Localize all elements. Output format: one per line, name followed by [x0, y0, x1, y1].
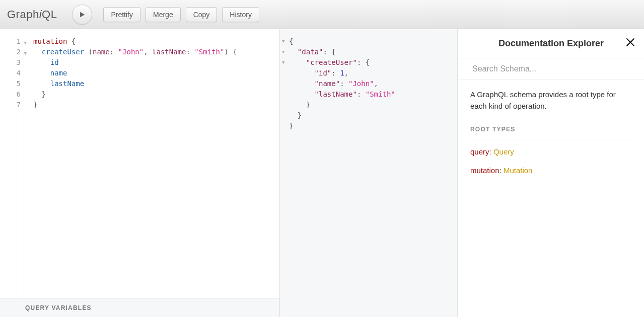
fold-icon[interactable]: ▼ — [280, 36, 288, 47]
query-editor-panel: 1▼ 2▼ 3 4 5 6 7 mutation { createUser (n… — [0, 29, 280, 317]
close-icon[interactable] — [626, 38, 635, 49]
fold-icon[interactable]: ▼ — [280, 47, 288, 57]
prettify-button[interactable]: Prettify — [103, 7, 140, 22]
query-editor[interactable]: 1▼ 2▼ 3 4 5 6 7 mutation { createUser (n… — [0, 29, 279, 298]
fold-icon[interactable]: ▼ — [24, 48, 27, 59]
result-code: { "data": { "createUser": { "id": 1, "na… — [288, 36, 457, 317]
documentation-explorer: Documentation Explorer A GraphQL schema … — [458, 29, 644, 317]
root-types-heading: ROOT TYPES — [470, 125, 632, 139]
line-gutter: 1▼ 2▼ 3 4 5 6 7 — [0, 36, 24, 298]
doc-description: A GraphQL schema provides a root type fo… — [470, 89, 632, 112]
result-gutter: ▼ ▼ ▼ — [280, 36, 288, 317]
query-variables-bar[interactable]: QUERY VARIABLES — [0, 298, 279, 317]
app-logo: GraphiQL — [7, 8, 57, 21]
history-button[interactable]: History — [222, 7, 259, 22]
merge-button[interactable]: Merge — [146, 7, 181, 22]
copy-button[interactable]: Copy — [186, 7, 218, 22]
type-link-query[interactable]: Query — [493, 147, 514, 156]
execute-button[interactable] — [72, 5, 92, 25]
doc-title: Documentation Explorer — [467, 38, 635, 49]
root-type-mutation: mutation: Mutation — [470, 165, 632, 177]
type-link-mutation[interactable]: Mutation — [504, 166, 533, 175]
query-code[interactable]: mutation { createUser (name: "John", las… — [24, 36, 279, 298]
toolbar: GraphiQL Prettify Merge Copy History — [0, 0, 644, 29]
fold-icon[interactable]: ▼ — [280, 57, 288, 68]
result-panel: ▼ ▼ ▼ { "data": { "createUser": { "id": … — [280, 29, 458, 317]
play-icon — [78, 11, 86, 19]
fold-icon[interactable]: ▼ — [24, 38, 27, 48]
schema-search-input[interactable] — [458, 58, 644, 80]
root-type-query: query: Query — [470, 146, 632, 158]
